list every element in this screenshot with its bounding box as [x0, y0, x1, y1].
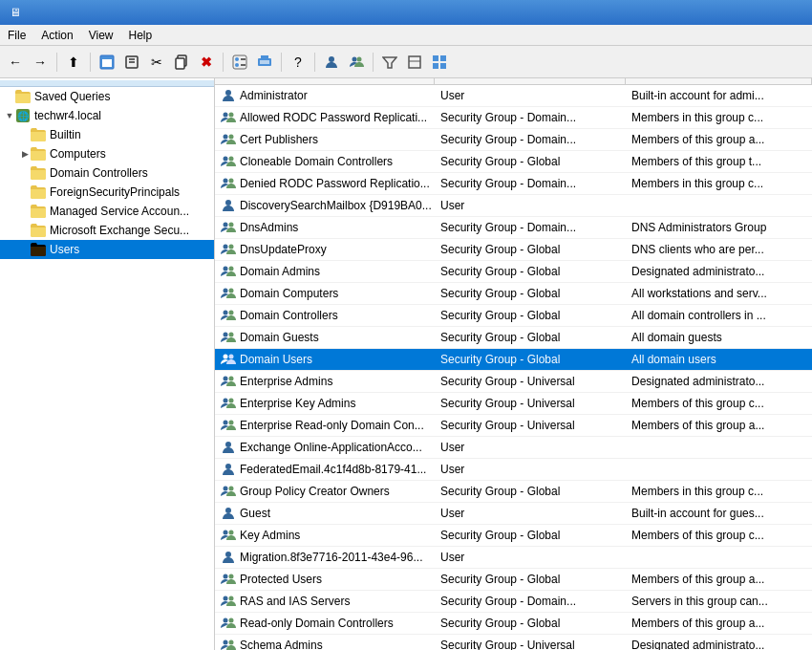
tree-item-foreign-security[interactable]: ForeignSecurityPrincipals [0, 183, 214, 202]
toolbar-icon-5[interactable] [403, 51, 426, 74]
list-row[interactable]: FederatedEmail.4c1f4d8b-8179-41...User [215, 459, 812, 481]
toolbar-icon-4[interactable] [253, 51, 276, 74]
menu-item-help[interactable]: Help [121, 27, 160, 44]
back-btn[interactable]: ← [4, 51, 27, 74]
list-row[interactable]: Migration.8f3e7716-2011-43e4-96...User [215, 547, 812, 569]
tree-item-techwr4-local[interactable]: ▼🌐techwr4.local [0, 106, 214, 125]
user-icon [221, 462, 236, 477]
list-row[interactable]: GuestUserBuilt-in account for gues... [215, 503, 812, 525]
list-row[interactable]: AdministratorUserBuilt-in account for ad… [215, 85, 812, 107]
tree-toggle-builtin[interactable] [19, 129, 31, 141]
tree-toggle-foreign-security[interactable] [19, 186, 31, 198]
group-icon [221, 484, 236, 499]
list-cell-type: Security Group - Domain... [435, 217, 626, 238]
list-row[interactable]: Protected UsersSecurity Group - GlobalMe… [215, 569, 812, 591]
folder-icon [15, 89, 31, 104]
toolbar-icon-2[interactable] [120, 51, 143, 74]
list-row[interactable]: Group Policy Creator OwnersSecurity Grou… [215, 481, 812, 503]
group-icon [221, 352, 236, 367]
tree-panel[interactable]: Saved Queries▼🌐techwr4.localBuiltin▶Comp… [0, 78, 215, 650]
list-row[interactable]: DnsAdminsSecurity Group - Domain...DNS A… [215, 217, 812, 239]
group-icon [221, 286, 236, 301]
tree-item-domain-controllers[interactable]: Domain Controllers [0, 163, 214, 183]
group-icon [221, 638, 236, 650]
list-row[interactable]: Key AdminsSecurity Group - GlobalMembers… [215, 525, 812, 547]
col-name[interactable] [215, 78, 435, 84]
tree-item-managed-service[interactable]: Managed Service Accoun... [0, 202, 214, 221]
col-description[interactable] [626, 78, 812, 84]
list-row[interactable]: Enterprise Key AdminsSecurity Group - Un… [215, 393, 812, 415]
folder-icon [31, 127, 46, 142]
toolbar-icon-6[interactable] [428, 51, 451, 74]
list-row[interactable]: Read-only Domain ControllersSecurity Gro… [215, 613, 812, 635]
list-row[interactable]: Domain ControllersSecurity Group - Globa… [215, 305, 812, 327]
svg-point-28 [225, 90, 231, 96]
tree-item-label-users: Users [50, 243, 79, 256]
toolbar-help[interactable]: ? [287, 51, 310, 74]
svg-rect-7 [176, 58, 184, 69]
forward-btn[interactable]: → [29, 51, 52, 74]
tree-toggle-domain-controllers[interactable] [19, 167, 31, 179]
list-row[interactable]: Domain AdminsSecurity Group - GlobalDesi… [215, 261, 812, 283]
list-cell-description: Members in this group c... [626, 481, 812, 502]
list-row[interactable]: Domain GuestsSecurity Group - GlobalAll … [215, 327, 812, 349]
list-cell-type: Security Group - Domain... [435, 591, 626, 612]
tree-item-label-computers: Computers [50, 147, 106, 161]
svg-point-59 [225, 464, 231, 469]
tree-toggle-saved-queries[interactable] [4, 91, 15, 102]
toolbar-delete[interactable]: ✖ [195, 51, 218, 74]
toolbar-user-1[interactable] [320, 51, 343, 74]
list-item-name: DiscoverySearchMailbox {D919BA0... [240, 199, 432, 212]
list-panel[interactable]: AdministratorUserBuilt-in account for ad… [215, 78, 812, 650]
list-row[interactable]: Domain UsersSecurity Group - GlobalAll d… [215, 349, 812, 371]
list-row[interactable]: Denied RODC Password Replicatio...Securi… [215, 173, 812, 195]
list-item-name: Key Admins [240, 529, 300, 542]
menu-item-view[interactable]: View [81, 27, 121, 44]
list-row[interactable]: Enterprise Read-only Domain Con...Securi… [215, 415, 812, 437]
list-item-name: DnsAdmins [240, 221, 298, 234]
list-cell-type: Security Group - Global [435, 525, 626, 546]
tree-item-computers[interactable]: ▶Computers [0, 144, 214, 163]
list-row[interactable]: Cloneable Domain ControllersSecurity Gro… [215, 151, 812, 173]
tree-toggle-users[interactable] [19, 244, 31, 255]
list-row[interactable]: Allowed RODC Password Replicati...Securi… [215, 107, 812, 129]
menu-item-action[interactable]: Action [33, 27, 80, 44]
list-row[interactable]: Cert PublishersSecurity Group - Domain..… [215, 129, 812, 151]
toolbar-filter[interactable] [378, 51, 401, 74]
toolbar-user-2[interactable] [345, 51, 368, 74]
up-btn[interactable]: ⬆ [62, 51, 85, 74]
menu-item-file[interactable]: File [0, 27, 33, 44]
tree-item-users[interactable]: Users [0, 240, 214, 259]
svg-rect-25 [440, 63, 446, 69]
list-cell-name: Domain Admins [215, 261, 435, 282]
tree-item-microsoft-exchange[interactable]: Microsoft Exchange Secu... [0, 221, 214, 240]
list-cell-type: Security Group - Global [435, 569, 626, 590]
tree-toggle-microsoft-exchange[interactable] [19, 225, 31, 236]
tree-toggle-computers[interactable]: ▶ [19, 148, 31, 160]
svg-point-62 [225, 508, 231, 513]
toolbar-copy[interactable] [170, 51, 193, 74]
list-row[interactable]: DnsUpdateProxySecurity Group - GlobalDNS… [215, 239, 812, 261]
tree-item-saved-queries[interactable]: Saved Queries [0, 87, 214, 106]
list-cell-name: Administrator [215, 85, 435, 106]
list-row[interactable]: Exchange Online-ApplicationAcco...User [215, 437, 812, 459]
list-row[interactable]: RAS and IAS ServersSecurity Group - Doma… [215, 591, 812, 613]
svg-rect-2 [102, 57, 112, 59]
app-icon: 🖥 [8, 5, 23, 20]
col-type[interactable] [435, 78, 626, 84]
list-cell-type: Security Group - Global [435, 151, 626, 172]
list-cell-description: Servers in this group can... [626, 591, 812, 612]
svg-point-43 [229, 267, 234, 271]
toolbar-cut[interactable]: ✂ [145, 51, 168, 74]
svg-point-47 [229, 311, 234, 315]
tree-toggle-techwr4-local[interactable]: ▼ [4, 110, 15, 121]
list-row[interactable]: DiscoverySearchMailbox {D919BA0...User [215, 195, 812, 217]
toolbar-icon-1[interactable] [96, 51, 118, 74]
tree-item-builtin[interactable]: Builtin [0, 125, 214, 144]
list-row[interactable]: Enterprise AdminsSecurity Group - Univer… [215, 371, 812, 393]
list-cell-name: Domain Guests [215, 327, 435, 348]
list-row[interactable]: Schema AdminsSecurity Group - UniversalD… [215, 635, 812, 650]
toolbar-prop[interactable] [228, 51, 251, 74]
tree-toggle-managed-service[interactable] [19, 206, 31, 217]
list-row[interactable]: Domain ComputersSecurity Group - GlobalA… [215, 283, 812, 305]
